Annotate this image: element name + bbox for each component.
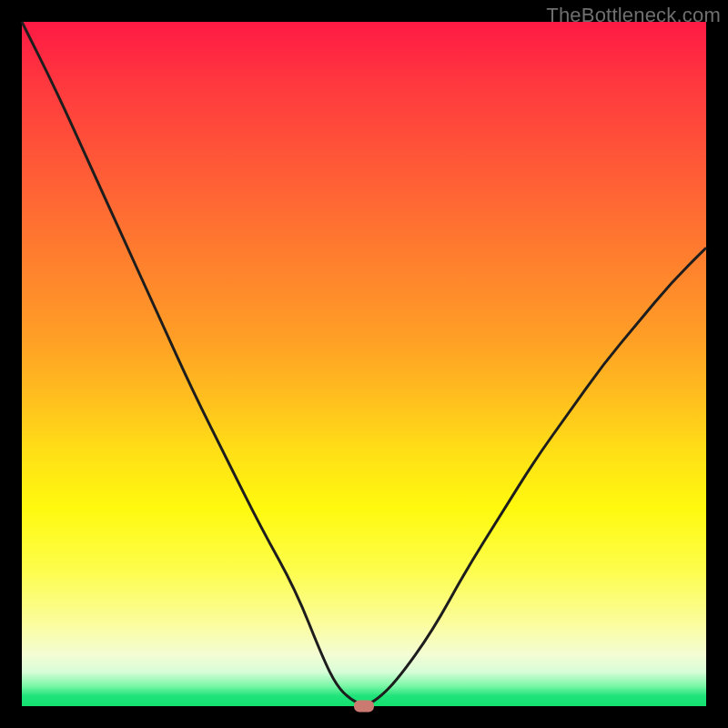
plot-area [22, 22, 706, 706]
watermark-text: TheBottleneck.com [546, 4, 721, 27]
bottleneck-curve [22, 22, 706, 706]
minimum-marker [354, 701, 374, 713]
chart-frame: TheBottleneck.com [0, 0, 728, 728]
